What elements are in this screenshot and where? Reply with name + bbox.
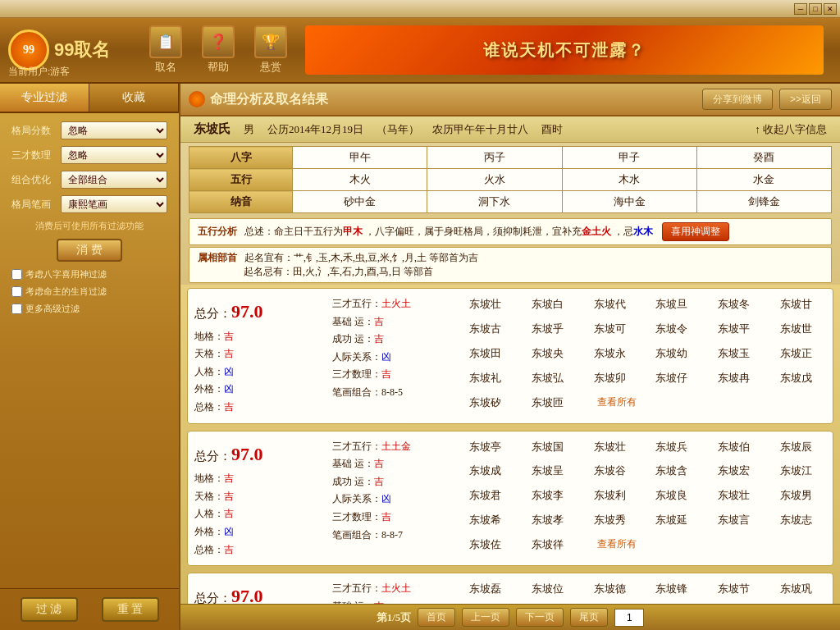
- name-cell[interactable]: 东坡冉: [704, 369, 765, 392]
- next-page-button[interactable]: 下一页: [516, 608, 564, 627]
- prev-page-button[interactable]: 上一页: [462, 608, 509, 627]
- name-cell[interactable]: 东坡甘: [765, 295, 826, 318]
- checkbox-advanced-input[interactable]: [11, 304, 22, 314]
- name-cell[interactable]: 东坡可: [579, 320, 640, 343]
- page-input[interactable]: [614, 609, 644, 627]
- filter-label-zuhe: 组合优化: [11, 173, 61, 187]
- sidebar-tabs: 专业过滤 收藏: [0, 84, 179, 113]
- filter-button[interactable]: 过 滤: [21, 597, 78, 622]
- name-cell[interactable]: 东坡戊: [765, 369, 826, 392]
- name-cell[interactable]: 东坡呈: [518, 462, 578, 485]
- bazi-row: 八字 甲午 丙子 甲子 癸酉: [189, 147, 832, 169]
- name-cell[interactable]: 东坡谷: [579, 462, 640, 485]
- last-page-button[interactable]: 尾页: [570, 608, 608, 627]
- name-cell[interactable]: 东坡锋: [641, 580, 702, 601]
- name-cell[interactable]: 东坡兵: [641, 438, 702, 461]
- consume-button[interactable]: 消 费: [57, 239, 122, 262]
- wuxing-highlight-1: 甲木: [343, 226, 363, 237]
- reset-button[interactable]: 重 置: [102, 597, 159, 622]
- name-cell[interactable]: 东坡代: [579, 295, 640, 318]
- name-cell[interactable]: 东坡玉: [704, 345, 765, 368]
- name-cell[interactable]: 东坡世: [765, 320, 826, 343]
- name-cell[interactable]: 东坡伯: [704, 438, 765, 461]
- name-cell[interactable]: 东坡平: [704, 320, 765, 343]
- filter-select-sancai[interactable]: 忽略: [61, 146, 167, 164]
- name-cell[interactable]: 东坡延: [641, 511, 702, 534]
- name-cell[interactable]: 东坡乎: [518, 320, 578, 343]
- name-cell[interactable]: 东坡仔: [641, 369, 702, 392]
- name-cell[interactable]: 东坡含: [641, 462, 702, 485]
- name-cell[interactable]: 东坡冬: [704, 295, 765, 318]
- name-cell[interactable]: 东坡秀: [579, 511, 640, 534]
- name-cell[interactable]: 东坡古: [455, 320, 516, 343]
- collect-info[interactable]: ↑ 收起八字信息: [755, 122, 827, 137]
- filter-select-zuhe[interactable]: 全部组合: [61, 171, 167, 189]
- name-cell[interactable]: 东坡壮: [579, 438, 640, 461]
- name-cell[interactable]: 东坡君: [455, 486, 516, 509]
- name-cell[interactable]: 东坡言: [704, 511, 765, 534]
- name-cell[interactable]: 东坡巩: [765, 580, 826, 601]
- name-cell[interactable]: 东坡孝: [518, 511, 578, 534]
- checkbox-bazi-input[interactable]: [11, 269, 22, 280]
- nav-item-naming[interactable]: 📋 取名: [149, 25, 182, 75]
- minimize-button[interactable]: ─: [794, 3, 807, 15]
- name-cell[interactable]: 东坡幼: [641, 345, 702, 368]
- name-cell[interactable]: 东坡德: [579, 580, 640, 601]
- name-cell[interactable]: 东坡佐: [455, 536, 516, 559]
- name-cell[interactable]: 东坡辰: [765, 438, 826, 461]
- view-all-2[interactable]: 查看所有: [579, 536, 640, 559]
- name-cell[interactable]: 东坡李: [518, 486, 578, 509]
- results-area[interactable]: 总分：97.0 地格：吉 天格：吉 人格：凶 外格：凶 总格：吉 三才五行：土火…: [180, 285, 840, 604]
- tab-favorites[interactable]: 收藏: [89, 84, 179, 112]
- name-cell[interactable]: 东坡永: [579, 345, 640, 368]
- first-page-button[interactable]: 首页: [418, 608, 455, 627]
- name-cell[interactable]: 东坡弘: [518, 369, 578, 392]
- share-button[interactable]: 分享到微博: [702, 89, 773, 110]
- maximize-button[interactable]: □: [809, 3, 822, 15]
- name-cell[interactable]: 东坡利: [579, 486, 640, 509]
- name-cell[interactable]: 东坡成: [455, 462, 516, 485]
- name-cell[interactable]: 东坡志: [765, 511, 826, 534]
- result-names-1: 东坡壮 东坡白 东坡代 东坡旦 东坡冬 东坡甘 东坡古 东坡乎 东坡可 东坡令 …: [449, 295, 826, 417]
- name-cell[interactable]: 东坡位: [518, 580, 578, 601]
- name-cell[interactable]: 东坡令: [641, 320, 702, 343]
- filter-select-geju[interactable]: 忽略: [61, 121, 167, 139]
- name-cell[interactable]: 东坡矽: [455, 394, 516, 417]
- filter-select-bihua[interactable]: 康熙笔画: [61, 195, 167, 213]
- name-cell[interactable]: 东坡男: [765, 486, 826, 509]
- adjust-button[interactable]: 喜用神调整: [662, 222, 729, 241]
- name-cell[interactable]: 东坡礼: [455, 369, 516, 392]
- three-bihua-1: 笔画组合：8-8-5: [332, 384, 449, 402]
- view-all-1[interactable]: 查看所有: [579, 394, 640, 417]
- close-button[interactable]: ✕: [824, 3, 837, 15]
- nav-item-reward[interactable]: 🏆 悬赏: [254, 25, 287, 75]
- person-info: 东坡氏 男 公历2014年12月19日 （马年） 农历甲午年十月廿八 酉时 ↑ …: [180, 116, 840, 143]
- name-cell[interactable]: 东坡节: [704, 580, 765, 601]
- checkbox-shengxiao[interactable]: 考虑命主的生肖过滤: [11, 285, 167, 298]
- name-cell[interactable]: 东坡正: [765, 345, 826, 368]
- name-cell[interactable]: 东坡徉: [518, 536, 578, 559]
- sidebar-bottom-btns: 过 滤 重 置: [0, 588, 179, 630]
- name-cell[interactable]: 东坡亭: [455, 438, 516, 461]
- name-cell[interactable]: 东坡田: [455, 345, 516, 368]
- name-cell[interactable]: 东坡江: [765, 462, 826, 485]
- nav-item-help[interactable]: ❓ 帮助: [202, 25, 235, 75]
- name-cell[interactable]: 东坡匝: [518, 394, 578, 417]
- name-cell[interactable]: 东坡良: [641, 486, 702, 509]
- name-cell[interactable]: 东坡卯: [579, 369, 640, 392]
- checkbox-advanced[interactable]: 更多高级过滤: [11, 303, 167, 315]
- name-cell[interactable]: 东坡国: [518, 438, 578, 461]
- three-jichu-3: 基础 运：吉: [332, 598, 449, 604]
- name-cell[interactable]: 东坡壮: [704, 486, 765, 509]
- name-cell[interactable]: 东坡白: [518, 295, 578, 318]
- checkbox-bazi[interactable]: 考虑八字喜用神过滤: [11, 268, 167, 281]
- name-cell[interactable]: 东坡希: [455, 511, 516, 534]
- tab-filter[interactable]: 专业过滤: [0, 84, 89, 112]
- name-cell[interactable]: 东坡央: [518, 345, 578, 368]
- name-cell[interactable]: 东坡宏: [704, 462, 765, 485]
- name-cell[interactable]: 东坡旦: [641, 295, 702, 318]
- back-button[interactable]: >>返回: [779, 89, 832, 110]
- name-cell[interactable]: 东坡磊: [455, 580, 516, 601]
- name-cell[interactable]: 东坡壮: [455, 295, 516, 318]
- checkbox-shengxiao-input[interactable]: [11, 286, 22, 297]
